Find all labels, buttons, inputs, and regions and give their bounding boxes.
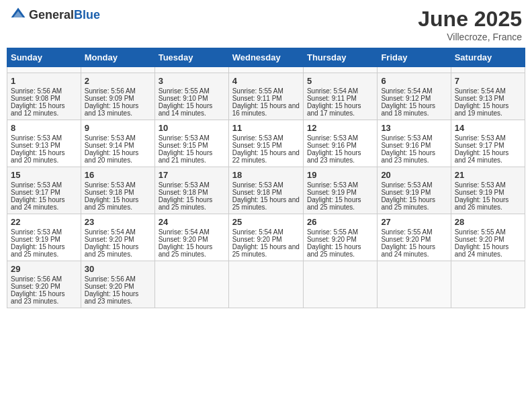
day-info-line: Sunrise: 5:54 AM [307, 87, 373, 95]
day-info-line: Sunset: 9:09 PM [85, 95, 151, 102]
day-info-line: Sunset: 9:08 PM [11, 95, 77, 102]
day-info-line: Sunset: 9:11 PM [307, 95, 373, 102]
day-number: 10 [159, 123, 225, 133]
day-info-line: Daylight: 15 hours and 16 minutes. [232, 102, 300, 117]
calendar-day-cell [228, 261, 303, 308]
day-info-line: Sunset: 9:11 PM [232, 95, 300, 102]
day-number: 27 [381, 217, 447, 227]
day-info-line: Sunrise: 5:53 AM [381, 134, 447, 142]
day-info-line: Sunset: 9:20 PM [307, 236, 373, 243]
day-info-line: Sunrise: 5:53 AM [11, 181, 77, 189]
day-info-line: Sunrise: 5:53 AM [232, 181, 300, 189]
calendar-week-row: 1Sunrise: 5:56 AMSunset: 9:08 PMDaylight… [7, 73, 525, 120]
day-info-line: Sunset: 9:20 PM [85, 283, 151, 290]
day-of-week-header: Tuesday [154, 48, 228, 67]
calendar-week-row [7, 67, 525, 73]
calendar-day-cell: 16Sunrise: 5:53 AMSunset: 9:18 PMDayligh… [81, 167, 154, 214]
day-info-line: Sunset: 9:17 PM [455, 142, 521, 149]
day-info-line: Daylight: 15 hours and 24 minutes. [11, 196, 77, 211]
day-info-line: Sunset: 9:12 PM [381, 95, 447, 102]
day-info-line: Daylight: 15 hours and 20 minutes. [85, 149, 151, 164]
day-number: 25 [232, 217, 300, 227]
day-info-line: Sunset: 9:20 PM [85, 236, 151, 243]
day-info-line: Sunrise: 5:55 AM [381, 228, 447, 236]
logo-general-text: General [29, 8, 74, 21]
day-info-line: Daylight: 15 hours and 17 minutes. [307, 102, 373, 117]
calendar-day-cell [7, 67, 81, 73]
day-info-line: Daylight: 15 hours and 25 minutes. [85, 196, 151, 211]
day-of-week-header: Friday [378, 48, 451, 67]
day-info-line: Daylight: 15 hours and 25 minutes. [232, 196, 300, 211]
day-number: 24 [159, 217, 225, 227]
day-of-week-header: Monday [81, 48, 154, 67]
calendar-day-cell [154, 67, 228, 73]
calendar-day-cell: 12Sunrise: 5:53 AMSunset: 9:16 PMDayligh… [303, 120, 377, 167]
day-number: 21 [455, 170, 521, 180]
day-info-line: Sunrise: 5:54 AM [232, 228, 300, 236]
day-info-line: Daylight: 15 hours and 25 minutes. [159, 243, 225, 258]
day-number: 3 [159, 76, 225, 86]
day-info-line: Sunrise: 5:55 AM [455, 228, 521, 236]
calendar-day-cell: 10Sunrise: 5:53 AMSunset: 9:15 PMDayligh… [154, 120, 228, 167]
day-info-line: Sunrise: 5:56 AM [11, 87, 77, 95]
day-number: 9 [85, 123, 151, 133]
calendar-day-cell: 29Sunrise: 5:56 AMSunset: 9:20 PMDayligh… [7, 261, 81, 308]
day-info-line: Sunset: 9:16 PM [307, 142, 373, 149]
day-info-line: Sunrise: 5:54 AM [381, 87, 447, 95]
month-title: June 2025 [418, 7, 522, 32]
calendar-day-cell [451, 261, 525, 308]
day-of-week-header: Thursday [303, 48, 377, 67]
calendar-day-cell [378, 67, 451, 73]
day-info-line: Sunrise: 5:53 AM [381, 181, 447, 189]
day-info-line: Sunrise: 5:56 AM [85, 87, 151, 95]
day-info-line: Daylight: 15 hours and 23 minutes. [11, 290, 77, 305]
day-info-line: Sunset: 9:20 PM [11, 283, 77, 290]
calendar-week-row: 15Sunrise: 5:53 AMSunset: 9:17 PMDayligh… [7, 167, 525, 214]
calendar-day-cell: 9Sunrise: 5:53 AMSunset: 9:14 PMDaylight… [81, 120, 154, 167]
day-number: 29 [11, 264, 77, 274]
day-info-line: Sunset: 9:19 PM [455, 189, 521, 196]
day-info-line: Sunset: 9:18 PM [85, 189, 151, 196]
calendar-day-cell [154, 261, 228, 308]
day-number: 8 [11, 123, 77, 133]
logo: GeneralBlue [10, 7, 100, 23]
day-info-line: Daylight: 15 hours and 25 minutes. [232, 243, 300, 258]
calendar-day-cell [303, 67, 377, 73]
day-number: 19 [307, 170, 373, 180]
day-number: 14 [455, 123, 521, 133]
calendar-day-cell: 6Sunrise: 5:54 AMSunset: 9:12 PMDaylight… [378, 73, 451, 120]
calendar-day-cell: 27Sunrise: 5:55 AMSunset: 9:20 PMDayligh… [378, 214, 451, 261]
day-number: 7 [455, 76, 521, 86]
day-info-line: Sunrise: 5:53 AM [11, 134, 77, 142]
day-info-line: Sunset: 9:15 PM [159, 142, 225, 149]
day-info-line: Sunset: 9:10 PM [159, 95, 225, 102]
day-info-line: Sunrise: 5:53 AM [307, 181, 373, 189]
day-info-line: Daylight: 15 hours and 12 minutes. [11, 102, 77, 117]
day-info-line: Daylight: 15 hours and 13 minutes. [85, 102, 151, 117]
day-number: 16 [85, 170, 151, 180]
day-info-line: Sunrise: 5:54 AM [455, 87, 521, 95]
day-info-line: Daylight: 15 hours and 23 minutes. [307, 149, 373, 164]
calendar-day-cell: 3Sunrise: 5:55 AMSunset: 9:10 PMDaylight… [154, 73, 228, 120]
day-info-line: Daylight: 15 hours and 26 minutes. [455, 196, 521, 211]
day-info-line: Sunset: 9:20 PM [159, 236, 225, 243]
day-number: 12 [307, 123, 373, 133]
day-number: 17 [159, 170, 225, 180]
calendar-week-row: 29Sunrise: 5:56 AMSunset: 9:20 PMDayligh… [7, 261, 525, 308]
day-number: 2 [85, 76, 151, 86]
calendar-week-row: 8Sunrise: 5:53 AMSunset: 9:13 PMDaylight… [7, 120, 525, 167]
day-number: 11 [232, 123, 300, 133]
day-number: 6 [381, 76, 447, 86]
day-info-line: Sunset: 9:16 PM [381, 142, 447, 149]
day-info-line: Daylight: 15 hours and 23 minutes. [381, 149, 447, 164]
day-of-week-header: Sunday [7, 48, 81, 67]
day-info-line: Sunrise: 5:53 AM [85, 134, 151, 142]
day-number: 20 [381, 170, 447, 180]
calendar-day-cell: 22Sunrise: 5:53 AMSunset: 9:19 PMDayligh… [7, 214, 81, 261]
day-info-line: Daylight: 15 hours and 25 minutes. [307, 196, 373, 211]
day-info-line: Sunset: 9:13 PM [11, 142, 77, 149]
day-info-line: Daylight: 15 hours and 14 minutes. [159, 102, 225, 117]
day-number: 26 [307, 217, 373, 227]
calendar-header-row: SundayMondayTuesdayWednesdayThursdayFrid… [7, 48, 525, 67]
day-number: 15 [11, 170, 77, 180]
